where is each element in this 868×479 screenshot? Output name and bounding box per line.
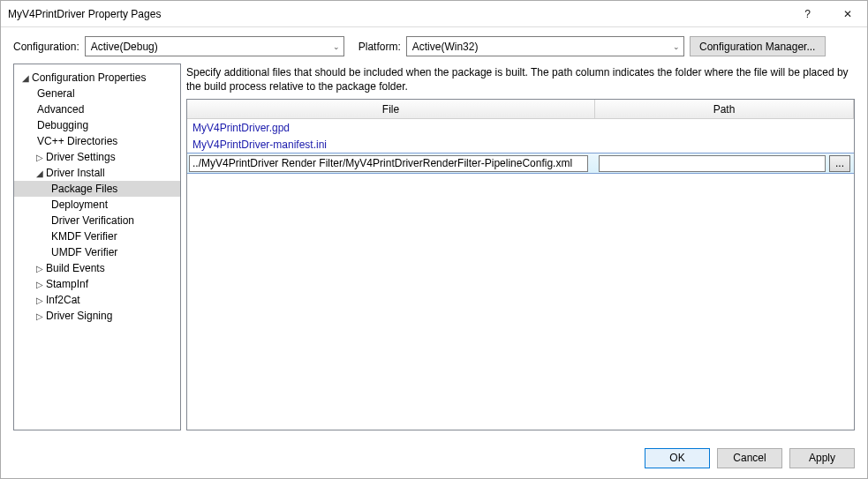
- tree-item[interactable]: ▷Inf2Cat: [14, 292, 180, 308]
- close-button[interactable]: ✕: [827, 1, 867, 26]
- column-header-path[interactable]: Path: [595, 100, 854, 118]
- tree-label: Advanced: [37, 103, 84, 116]
- help-button[interactable]: ?: [788, 1, 827, 26]
- tree-item[interactable]: Driver Verification: [14, 213, 180, 228]
- close-icon: ✕: [843, 8, 852, 20]
- configuration-label: Configuration:: [13, 41, 79, 53]
- dialog-footer: OK Cancel Apply: [1, 438, 867, 478]
- body: ◢ Configuration Properties GeneralAdvanc…: [1, 64, 867, 438]
- tree-item[interactable]: VC++ Directories: [14, 133, 180, 149]
- titlebar: MyV4PrintDriver Property Pages ? ✕: [1, 1, 867, 27]
- table-row[interactable]: MyV4PrintDriver-manifest.ini: [187, 136, 854, 153]
- cancel-button[interactable]: Cancel: [717, 448, 782, 468]
- tree-label: Build Events: [46, 262, 105, 274]
- tree-arrow-expanded-icon: ◢: [34, 168, 46, 178]
- description-text: Specify additional files that should be …: [186, 64, 855, 99]
- tree-item[interactable]: Package Files: [14, 181, 180, 197]
- chevron-down-icon: ⌄: [333, 42, 340, 51]
- tree-label: Package Files: [51, 183, 117, 195]
- tree-arrow-collapsed-icon: ▷: [34, 264, 46, 273]
- dialog-property-pages: MyV4PrintDriver Property Pages ? ✕ Confi…: [0, 0, 868, 479]
- file-input[interactable]: [189, 155, 588, 172]
- tree-item[interactable]: KMDF Verifier: [14, 228, 180, 244]
- tree-label: Driver Settings: [46, 151, 116, 163]
- browse-button[interactable]: ...: [829, 155, 850, 172]
- table-row[interactable]: MyV4PrintDriver.gpd: [187, 119, 854, 136]
- tree-label: Driver Signing: [46, 310, 112, 322]
- tree-arrow-expanded-icon: ◢: [19, 73, 32, 83]
- tree-label: VC++ Directories: [37, 135, 117, 147]
- grid-header: File Path: [187, 100, 854, 119]
- tree-arrow-collapsed-icon: ▷: [34, 311, 46, 321]
- tree-label: Driver Install: [46, 167, 105, 179]
- tree-label: KMDF Verifier: [51, 230, 117, 243]
- help-icon: ?: [804, 8, 811, 20]
- tree-root[interactable]: ◢ Configuration Properties: [14, 70, 180, 86]
- cell-file: MyV4PrintDriver-manifest.ini: [187, 138, 595, 151]
- tree-item[interactable]: ◢Driver Install: [14, 165, 180, 181]
- tree-item[interactable]: ▷Build Events: [14, 260, 180, 276]
- configuration-value: Active(Debug): [91, 41, 158, 53]
- tree-label: Driver Verification: [51, 214, 134, 227]
- tree-item[interactable]: Debugging: [14, 117, 180, 133]
- apply-button[interactable]: Apply: [789, 448, 855, 468]
- grid-body: MyV4PrintDriver.gpdMyV4PrintDriver-manif…: [187, 119, 854, 430]
- tree-item[interactable]: ▷StampInf: [14, 276, 180, 292]
- tree-label: Debugging: [37, 119, 88, 131]
- table-row-editing[interactable]: ...: [187, 153, 854, 174]
- cell-path: ...: [595, 153, 854, 174]
- tree-item[interactable]: ▷Driver Settings: [14, 149, 180, 165]
- cell-file: [187, 153, 595, 174]
- platform-label: Platform:: [359, 41, 401, 53]
- tree-label: UMDF Verifier: [51, 246, 117, 258]
- configuration-combo[interactable]: Active(Debug) ⌄: [85, 36, 344, 56]
- platform-combo[interactable]: Active(Win32) ⌄: [406, 36, 684, 56]
- package-files-grid: File Path MyV4PrintDriver.gpdMyV4PrintDr…: [186, 99, 855, 430]
- content-pane: Specify additional files that should be …: [186, 64, 855, 430]
- tree-item[interactable]: UMDF Verifier: [14, 244, 180, 260]
- window-title: MyV4PrintDriver Property Pages: [8, 8, 788, 20]
- tree-label: Configuration Properties: [32, 71, 146, 84]
- nav-tree[interactable]: ◢ Configuration Properties GeneralAdvanc…: [13, 64, 181, 430]
- tree-label: Inf2Cat: [46, 294, 80, 306]
- tree-arrow-collapsed-icon: ▷: [34, 153, 46, 162]
- ok-button[interactable]: OK: [645, 448, 710, 468]
- tree-arrow-collapsed-icon: ▷: [34, 280, 46, 289]
- chevron-down-icon: ⌄: [673, 42, 680, 51]
- path-input[interactable]: [599, 155, 826, 172]
- tree-label: Deployment: [51, 198, 108, 211]
- tree-item[interactable]: Advanced: [14, 101, 180, 117]
- tree-label: StampInf: [46, 278, 88, 290]
- platform-value: Active(Win32): [412, 41, 479, 53]
- configuration-manager-button[interactable]: Configuration Manager...: [690, 36, 826, 56]
- tree-item[interactable]: Deployment: [14, 197, 180, 213]
- tree-item[interactable]: General: [14, 86, 180, 101]
- tree-label: General: [37, 87, 75, 100]
- cell-file: MyV4PrintDriver.gpd: [187, 122, 595, 134]
- tree-arrow-collapsed-icon: ▷: [34, 296, 46, 305]
- column-header-file[interactable]: File: [187, 100, 595, 118]
- configuration-bar: Configuration: Active(Debug) ⌄ Platform:…: [1, 27, 867, 64]
- tree-item[interactable]: ▷Driver Signing: [14, 308, 180, 324]
